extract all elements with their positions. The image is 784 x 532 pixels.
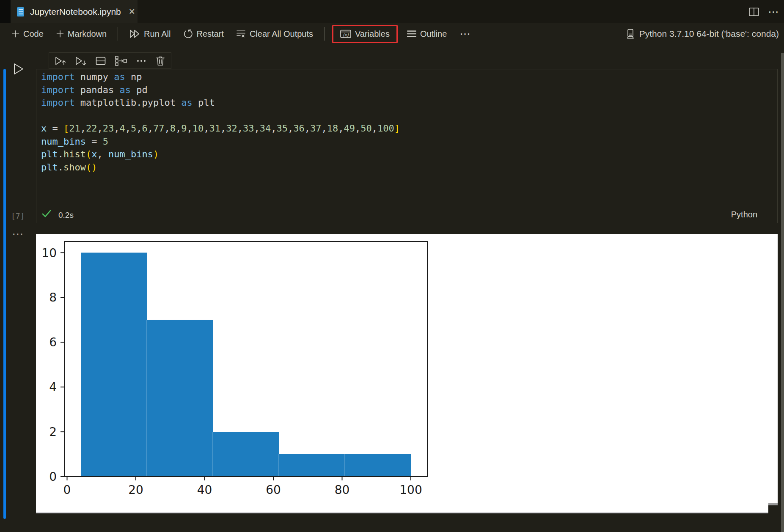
- svg-text:(x): (x): [343, 33, 349, 37]
- editor-scrollbar[interactable]: [781, 53, 784, 532]
- run-above-icon[interactable]: [55, 56, 66, 66]
- svg-text:100: 100: [399, 483, 422, 497]
- svg-text:20: 20: [128, 483, 143, 497]
- kernel-picker[interactable]: Python 3.7.10 64-bit ('base': conda): [626, 23, 781, 44]
- editor-more-icon[interactable]: ⋯: [768, 6, 780, 17]
- code-line[interactable]: num_bins = 5: [41, 135, 400, 148]
- toolbar-separator: [324, 27, 325, 41]
- variables-highlight-annotation: (x) Variables: [332, 25, 398, 43]
- svg-text:4: 4: [49, 380, 57, 394]
- goto-cell-icon[interactable]: [115, 56, 127, 66]
- more-icon: ⋯: [459, 28, 471, 39]
- output-more-icon[interactable]: ⋯: [12, 228, 24, 240]
- cell-toolbar: [49, 52, 171, 69]
- tab-bar: JupyterNotebook.ipynb ✕ ⋯: [0, 0, 784, 23]
- code-line[interactable]: plt.show(): [41, 161, 400, 174]
- new-code-cell-button[interactable]: Code: [7, 27, 49, 41]
- variables-label: Variables: [355, 29, 390, 39]
- run-cell-button[interactable]: [13, 63, 25, 75]
- split-editor-icon[interactable]: [748, 7, 759, 17]
- outline-label: Outline: [420, 29, 447, 39]
- code-line[interactable]: [41, 110, 400, 123]
- cell-output: 0204060801000246810: [36, 234, 778, 513]
- kernel-label: Python 3.7.10 64-bit ('base': conda): [639, 29, 779, 39]
- toolbar-more-button[interactable]: ⋯: [454, 26, 476, 42]
- svg-text:60: 60: [266, 483, 281, 497]
- run-all-icon: [129, 29, 140, 38]
- svg-text:0: 0: [63, 483, 71, 497]
- editor-actions: ⋯: [748, 0, 780, 23]
- code-line[interactable]: import numpy as np: [41, 71, 400, 84]
- plus-icon: [12, 30, 19, 38]
- cell-more-icon[interactable]: [136, 59, 146, 63]
- outline-button[interactable]: Outline: [402, 27, 452, 41]
- split-cell-icon[interactable]: [96, 57, 106, 65]
- histogram-plot: 0204060801000246810: [36, 234, 777, 513]
- svg-text:0: 0: [49, 470, 57, 484]
- restart-kernel-button[interactable]: Restart: [178, 27, 228, 41]
- code-line[interactable]: import matplotlib.pyplot as plt: [41, 96, 400, 110]
- tab-close-icon[interactable]: ✕: [129, 7, 135, 16]
- clear-all-outputs-icon: [237, 30, 246, 38]
- svg-text:2: 2: [49, 425, 57, 439]
- clear-outputs-button[interactable]: Clear All Outputs: [231, 27, 318, 41]
- tab-jupyternotebook[interactable]: JupyterNotebook.ipynb ✕: [11, 0, 138, 23]
- svg-text:80: 80: [335, 483, 350, 497]
- new-markdown-cell-label: Markdown: [68, 29, 107, 39]
- code-line[interactable]: x = [21,22,23,4,5,6,77,8,9,10,31,32,33,3…: [41, 122, 400, 135]
- svg-text:6: 6: [49, 335, 57, 349]
- run-below-icon[interactable]: [75, 56, 86, 66]
- new-code-cell-label: Code: [23, 29, 44, 39]
- tab-title: JupyterNotebook.ipynb: [30, 7, 121, 17]
- notebook-file-icon: [17, 7, 25, 17]
- output-corner-cap: [768, 503, 778, 505]
- cell-selection-bar: [3, 69, 6, 519]
- svg-text:10: 10: [41, 246, 57, 260]
- outline-icon: [407, 30, 416, 38]
- code-line[interactable]: plt.hist(x, num_bins): [41, 148, 400, 161]
- plus-icon: [56, 30, 64, 38]
- tab-bar-corner: [0, 0, 11, 23]
- clear-outputs-label: Clear All Outputs: [250, 29, 313, 39]
- variables-icon: (x): [340, 30, 351, 38]
- restart-label: Restart: [196, 29, 223, 39]
- svg-text:40: 40: [197, 483, 212, 497]
- code-line[interactable]: import pandas as pd: [41, 84, 400, 97]
- vscode-notebook-window: JupyterNotebook.ipynb ✕ ⋯ Code Markdown: [0, 0, 784, 532]
- toolbar-separator: [118, 27, 118, 41]
- execution-count: [7]: [11, 211, 25, 220]
- notebook-toolbar-left: Code Markdown Run All Restart: [0, 25, 476, 43]
- output-corner-notch: [768, 505, 778, 513]
- kernel-icon: [626, 29, 635, 39]
- delete-cell-icon[interactable]: [156, 56, 165, 66]
- run-all-label: Run All: [144, 29, 171, 39]
- cell-language-picker[interactable]: Python: [36, 210, 757, 219]
- new-markdown-cell-button[interactable]: Markdown: [51, 27, 112, 41]
- restart-icon: [183, 29, 193, 38]
- run-all-button[interactable]: Run All: [124, 27, 176, 41]
- code-editor[interactable]: import numpy as npimport pandas as pdimp…: [41, 71, 400, 174]
- variables-button[interactable]: (x) Variables: [335, 27, 395, 41]
- svg-text:8: 8: [49, 291, 57, 304]
